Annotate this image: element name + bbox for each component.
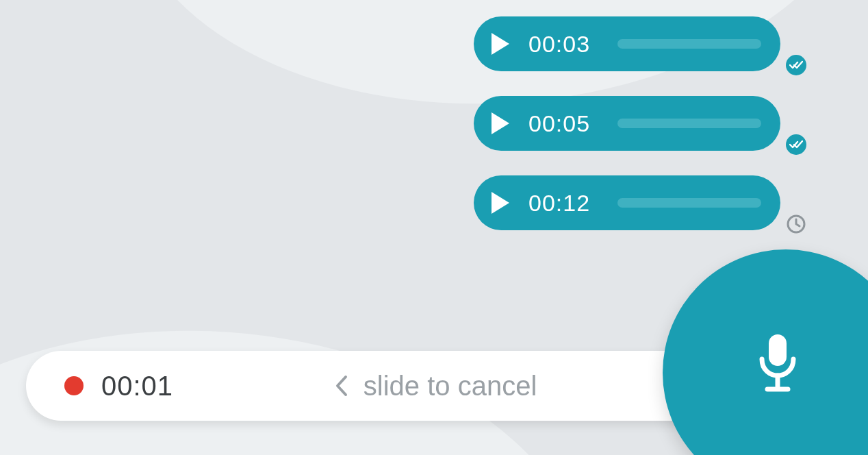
message-status-read <box>786 134 806 155</box>
message-status-pending <box>786 214 806 234</box>
svg-rect-1 <box>769 334 787 366</box>
voice-progress-bar[interactable] <box>617 39 761 49</box>
voice-message-duration: 00:05 <box>528 110 597 137</box>
microphone-button[interactable] <box>663 249 868 455</box>
voice-message-row: 00:03 <box>0 16 868 71</box>
voice-message-duration: 00:12 <box>528 190 597 217</box>
chat-screen: 00:03 00:05 <box>0 0 868 455</box>
recording-elapsed: 00:01 <box>101 371 173 402</box>
record-dot-icon <box>64 376 84 395</box>
voice-progress-bar[interactable] <box>617 119 761 128</box>
slide-to-cancel-label: slide to cancel <box>363 371 537 402</box>
play-icon[interactable] <box>492 112 509 134</box>
double-check-icon <box>789 60 803 70</box>
chevron-left-icon <box>333 374 348 397</box>
voice-message[interactable]: 00:05 <box>474 96 780 151</box>
message-status-read <box>786 55 806 75</box>
clock-icon <box>786 214 806 234</box>
microphone-icon <box>754 332 802 395</box>
voice-message[interactable]: 00:12 <box>474 175 780 230</box>
play-icon[interactable] <box>492 33 509 55</box>
voice-message[interactable]: 00:03 <box>474 16 780 71</box>
double-check-icon <box>789 140 803 149</box>
voice-message-row: 00:05 <box>0 96 868 151</box>
play-icon[interactable] <box>492 192 509 214</box>
recording-bar[interactable]: 00:01 slide to cancel <box>26 351 724 421</box>
messages-list: 00:03 00:05 <box>0 16 868 255</box>
slide-to-cancel[interactable]: slide to cancel <box>173 371 697 402</box>
voice-message-duration: 00:03 <box>528 31 597 58</box>
voice-progress-bar[interactable] <box>617 198 761 208</box>
voice-message-row: 00:12 <box>0 175 868 230</box>
